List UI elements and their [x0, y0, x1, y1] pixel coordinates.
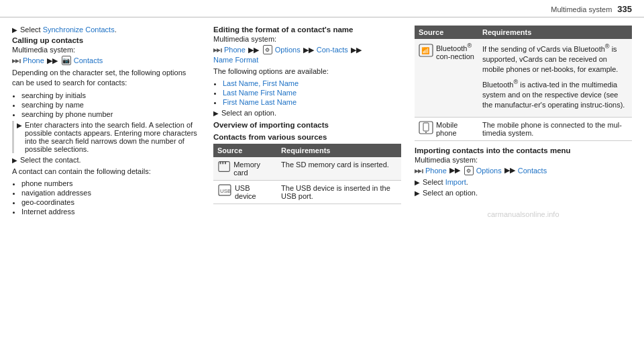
option-link-1[interactable]: Last Name First Name: [223, 89, 297, 97]
nav-phone-calling[interactable]: Phone: [23, 56, 44, 64]
import-overview-title: Overview of importing contacts: [213, 121, 401, 129]
nav-sep1: ▶▶: [47, 56, 58, 65]
enter-arrow-icon: ▶: [17, 122, 22, 129]
select-import-item: ▶ Select Import.: [415, 178, 632, 186]
req-cell-bluetooth: If the sending of vCards via Bluetooth® …: [478, 39, 632, 117]
nav-arrow-calling: [12, 56, 21, 64]
svg-point-16: [425, 132, 427, 133]
bullet-phones: phone numbers: [21, 179, 200, 187]
sources-table: Source Requirements: [213, 144, 401, 204]
right-header-source: Source: [415, 26, 478, 39]
select-option-arrow: ▶: [213, 109, 219, 117]
right-sources-table: Source Requirements 📶: [415, 26, 632, 141]
content-area: ▶ Select Synchronize Contacts. Calling u…: [0, 17, 644, 355]
source-cell-mobile: Mobile phone: [415, 117, 478, 140]
right-table-section: Source Requirements 📶: [415, 26, 632, 141]
nav-arrow-edit: [213, 46, 223, 54]
import-link[interactable]: Import: [445, 178, 466, 186]
option-link-2[interactable]: First Name Last Name: [223, 98, 297, 106]
bullet-initials: searching by initials: [21, 91, 200, 99]
options-intro: The following options are available:: [213, 66, 401, 77]
import-section: Importing contacts into the contacts men…: [415, 146, 632, 197]
page-container: Multimedia system 335 ▶ Select Synchroni…: [0, 0, 644, 355]
nav-nameformat-edit[interactable]: Name Format: [213, 56, 258, 64]
svg-marker-18: [418, 169, 422, 173]
calling-title: Calling up contacts: [12, 36, 200, 44]
bluetooth-source-label: Bluetooth® con-nection: [436, 42, 474, 60]
nav-icon-edit: ⚙: [263, 45, 272, 54]
nav-sep-import2: ▶▶: [504, 166, 515, 175]
bullet-name: searching by name: [21, 101, 200, 109]
nav-options-import[interactable]: Options: [476, 167, 502, 175]
svg-marker-4: [217, 48, 221, 52]
svg-rect-7: [220, 162, 221, 165]
importing-nav-path: Phone ▶▶ ⚙ Options ▶▶ Contacts: [415, 166, 632, 175]
nav-sep-edit1: ▶▶: [248, 46, 259, 54]
req-cell-memory: The SD memory card is inserted.: [277, 157, 401, 181]
usb-icon: USB: [217, 184, 232, 196]
nav-options-edit[interactable]: Options: [275, 46, 301, 54]
page-number: 335: [617, 4, 632, 14]
option-last-first: Last Name First Name: [223, 89, 401, 97]
enter-chars-text: Enter characters into the search field. …: [25, 121, 200, 153]
importing-subtitle: Multimedia system:: [415, 156, 632, 164]
select-option-item: ▶ Select an option.: [213, 109, 401, 117]
req-cell-mobile: The mobile phone is connected to the mul…: [478, 117, 632, 140]
select-option-text: Select an option.: [221, 109, 401, 117]
page-header: Multimedia system 335: [0, 0, 644, 17]
select-contact-item: ▶ Select the contact.: [12, 156, 200, 164]
system-name-label: Multimedia system: [551, 5, 612, 13]
right-column: Source Requirements 📶: [415, 26, 632, 350]
option-link-0[interactable]: Last Name, First Name: [223, 79, 299, 87]
importing-title: Importing contacts into the contacts men…: [415, 146, 632, 154]
edit-format-subtitle: Multimedia system:: [213, 35, 401, 43]
bullet-geo: geo-coordinates: [21, 198, 200, 206]
middle-column: Editing the format of a contact's name M…: [213, 26, 401, 350]
nav-sep-edit2: ▶▶: [303, 46, 314, 54]
nav-contacts-edit[interactable]: Con-tacts: [317, 46, 348, 54]
nav-phone-import[interactable]: Phone: [425, 167, 447, 175]
svg-text:USB: USB: [220, 188, 231, 194]
svg-rect-8: [222, 162, 223, 165]
select-option-import-item: ▶ Select an option.: [415, 189, 632, 197]
search-intro: Depending on the character set, the foll…: [12, 68, 200, 89]
table-row: Memory card The SD memory card is insert…: [213, 157, 401, 181]
sync-contacts-link[interactable]: Synchronize Contacts: [43, 26, 115, 34]
select-contact-text: Select the contact.: [20, 156, 200, 164]
svg-marker-1: [15, 59, 19, 63]
calling-nav-path: Phone ▶▶ 📷 Contacts: [12, 56, 200, 65]
svg-rect-9: [225, 162, 226, 165]
nav-contacts-calling[interactable]: Contacts: [74, 56, 103, 64]
table-row: 📶 Bluetooth® con-nection If the sending …: [415, 39, 632, 117]
sync-contacts-item: ▶ Select Synchronize Contacts.: [12, 26, 200, 34]
table-header-requirements: Requirements: [277, 144, 401, 157]
nav-icon-import: ⚙: [464, 166, 474, 175]
nav-contacts-import[interactable]: Contacts: [518, 167, 547, 175]
import-arrow-icon: ▶: [415, 179, 420, 186]
source-cell-usb: USB USB device: [213, 181, 277, 204]
calling-subtitle: Multimedia system:: [12, 46, 200, 54]
memory-card-icon: [217, 161, 231, 173]
nav-sep-import1: ▶▶: [449, 166, 460, 175]
bullet-internet: Internet address: [21, 208, 200, 216]
left-column: ▶ Select Synchronize Contacts. Calling u…: [12, 26, 200, 350]
search-bullets: searching by initials searching by name …: [21, 91, 200, 118]
bluetooth-icon: 📶: [419, 44, 433, 57]
table-row: Mobile phone The mobile phone is connect…: [415, 117, 632, 140]
arrow-icon: ▶: [12, 26, 17, 34]
source-cell-memory: Memory card: [213, 157, 277, 181]
svg-text:📶: 📶: [421, 46, 430, 55]
select-option-import-text: Select an option.: [423, 189, 632, 197]
contacts-sources-title: Contacts from various sources: [213, 133, 401, 141]
right-header-requirements: Requirements: [478, 26, 632, 39]
nav-sep-edit3: ▶▶: [351, 46, 362, 54]
table-header-source: Source: [213, 144, 277, 157]
edit-format-title: Editing the format of a contact's name: [213, 26, 401, 34]
option-first-last: First Name Last Name: [223, 98, 401, 106]
bullet-phone: searching by phone number: [21, 110, 200, 118]
svg-rect-15: [423, 123, 429, 131]
nav-icon-calling: 📷: [62, 56, 71, 65]
select-arrow-icon: ▶: [12, 156, 17, 164]
edit-nav-path: Phone ▶▶ ⚙ Options ▶▶ Con-tacts ▶▶ Name …: [213, 45, 401, 64]
nav-phone-edit[interactable]: Phone: [224, 46, 246, 54]
